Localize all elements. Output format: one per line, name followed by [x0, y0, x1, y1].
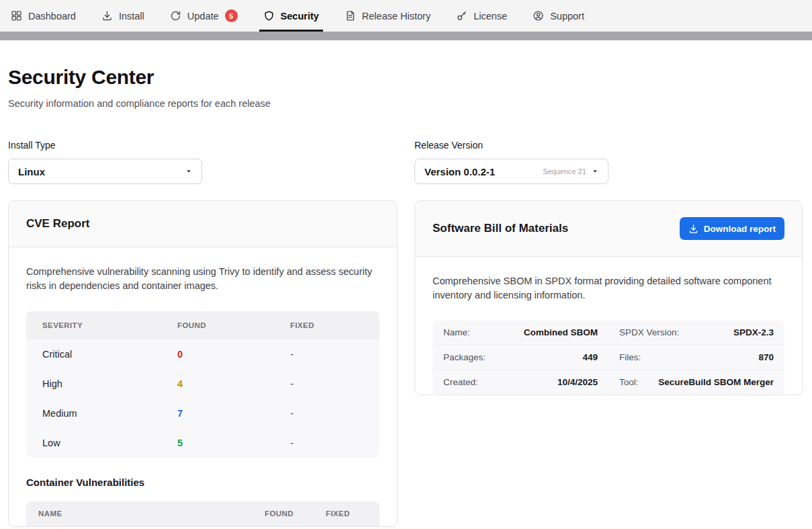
col-fixed: Fixed	[290, 321, 363, 329]
field-value: 870	[758, 352, 774, 362]
nav-label: Install	[119, 11, 144, 22]
field-value: SecureBuild SBOM Merger	[658, 377, 774, 387]
sbom-row: Name: Combined SBOM SPDX Version: SPDX-2…	[433, 321, 784, 345]
sbom-field-created: Created: 10/4/2025	[433, 370, 608, 395]
cve-card-header: CVE Report	[9, 201, 397, 247]
release-version-value: Version 0.0.2-1	[424, 166, 495, 177]
severity-name: Critical	[42, 349, 177, 360]
container-vulnerabilities-title: Container Vulnerabilities	[26, 477, 379, 488]
severity-name: High	[42, 378, 177, 389]
col-found: Found	[265, 510, 326, 518]
refresh-icon	[170, 10, 181, 22]
table-row-critical: Critical 0 -	[26, 339, 379, 369]
person-circle-icon	[533, 10, 544, 22]
shield-icon	[263, 10, 275, 22]
page-subtitle: Security information and compliance repo…	[8, 98, 804, 109]
nav-label: Support	[550, 11, 584, 22]
sequence-hint: Sequence 21	[543, 167, 586, 175]
field-value: 449	[582, 352, 598, 362]
col-fixed: Fixed	[326, 510, 367, 518]
top-navigation: Dashboard Install Update 5 Security Rele…	[0, 0, 812, 32]
found-count: 0	[177, 349, 290, 360]
install-type-value: Linux	[18, 166, 45, 177]
severity-name: Low	[42, 438, 177, 448]
sbom-card-title: Software Bill of Materials	[433, 222, 568, 235]
install-type-filter: Install Type Linux	[8, 140, 414, 184]
sbom-card: Software Bill of Materials Download repo…	[414, 200, 803, 395]
update-count-badge: 5	[225, 9, 238, 22]
field-label: Created:	[443, 377, 478, 387]
col-name: Name	[38, 510, 265, 518]
col-severity: Severity	[42, 321, 177, 329]
fixed-count: -	[290, 438, 363, 448]
fixed-count: -	[290, 349, 363, 360]
sbom-field-tool: Tool: SecureBuild SBOM Merger	[608, 370, 784, 395]
severity-table: Severity Found Fixed Critical 0 - High 4…	[26, 311, 379, 458]
nav-item-support[interactable]: Support	[533, 0, 584, 32]
fixed-count: -	[290, 378, 363, 389]
release-version-filter: Release Version Version 0.0.2-1 Sequence…	[414, 140, 804, 184]
sbom-field-spdx-version: SPDX Version: SPDX-2.3	[608, 321, 784, 345]
nav-item-dashboard[interactable]: Dashboard	[11, 0, 76, 32]
field-label: SPDX Version:	[619, 327, 679, 337]
report-cards: CVE Report Comprehensive vulnerability s…	[8, 200, 804, 527]
table-row-medium: Medium 7 -	[26, 399, 379, 428]
nav-item-license[interactable]: License	[456, 0, 507, 32]
nav-item-update[interactable]: Update 5	[170, 0, 238, 32]
container-vulnerabilities-table: Name Found Fixed	[26, 501, 379, 526]
download-report-label: Download report	[704, 224, 776, 234]
dashboard-grid-icon	[11, 10, 22, 22]
sbom-row: Packages: 449 Files: 870	[433, 345, 784, 370]
chevron-down-icon	[590, 167, 600, 176]
download-report-button[interactable]: Download report	[680, 217, 784, 240]
nav-item-security[interactable]: Security	[263, 0, 319, 32]
nav-label: Dashboard	[28, 11, 76, 22]
sbom-card-body: Comprehensive SBOM in SPDX format provid…	[415, 257, 802, 395]
table-row-high: High 4 -	[26, 369, 379, 399]
sbom-field-name: Name: Combined SBOM	[433, 321, 608, 345]
found-count: 4	[177, 378, 290, 389]
cve-description: Comprehensive vulnerability scanning usi…	[26, 265, 379, 294]
filters-row: Install Type Linux Release Version Versi…	[8, 140, 804, 184]
security-center-page: Security Center Security information and…	[0, 40, 812, 527]
field-value: 10/4/2025	[557, 377, 598, 387]
divider-strip	[0, 32, 812, 40]
page-title: Security Center	[8, 66, 804, 89]
sbom-info-grid: Name: Combined SBOM SPDX Version: SPDX-2…	[433, 321, 784, 395]
field-label: Name:	[443, 327, 470, 337]
col-found: Found	[177, 321, 290, 329]
fixed-count: -	[290, 408, 363, 419]
field-value: SPDX-2.3	[733, 327, 774, 337]
install-type-label: Install Type	[8, 140, 414, 151]
container-table-header: Name Found Fixed	[26, 501, 379, 526]
nav-label: Update	[187, 11, 219, 22]
nav-item-install[interactable]: Install	[101, 0, 144, 32]
sbom-row: Created: 10/4/2025 Tool: SecureBuild SBO…	[433, 370, 784, 395]
release-version-select[interactable]: Version 0.0.2-1 Sequence 21	[414, 159, 608, 184]
download-icon	[688, 224, 698, 234]
field-label: Packages:	[443, 352, 486, 362]
field-value: Combined SBOM	[524, 327, 598, 337]
chevron-down-icon	[184, 167, 193, 176]
cve-card-body: Comprehensive vulnerability scanning usi…	[9, 247, 397, 526]
document-icon	[345, 10, 356, 22]
severity-table-header: Severity Found Fixed	[26, 311, 379, 339]
table-row-low: Low 5 -	[26, 428, 379, 458]
nav-item-release-history[interactable]: Release History	[345, 0, 431, 32]
key-icon	[456, 10, 467, 22]
severity-name: Medium	[42, 408, 177, 419]
release-version-label: Release Version	[414, 140, 804, 151]
sbom-field-packages: Packages: 449	[433, 345, 608, 370]
cve-card-title: CVE Report	[26, 217, 89, 231]
nav-label: Release History	[362, 11, 431, 22]
download-icon	[101, 10, 113, 22]
sbom-card-header: Software Bill of Materials Download repo…	[415, 201, 802, 257]
found-count: 5	[177, 438, 290, 448]
field-label: Tool:	[619, 377, 639, 387]
install-type-select[interactable]: Linux	[8, 159, 202, 184]
nav-label: Security	[281, 11, 319, 22]
found-count: 7	[177, 408, 290, 419]
sbom-description: Comprehensive SBOM in SPDX format provid…	[433, 274, 784, 303]
cve-report-card: CVE Report Comprehensive vulnerability s…	[8, 200, 398, 527]
field-label: Files:	[619, 352, 641, 362]
